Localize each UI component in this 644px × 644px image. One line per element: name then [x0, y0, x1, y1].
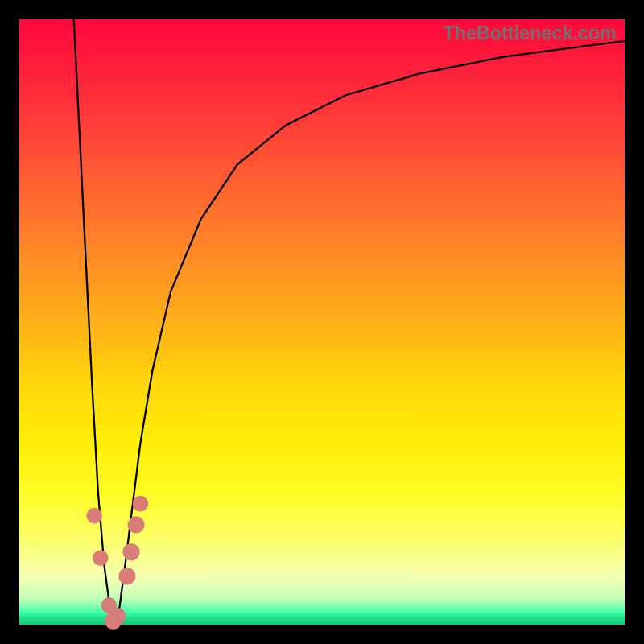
- data-marker: [93, 551, 109, 567]
- plot-area: TheBottleneck.com: [19, 19, 625, 625]
- data-marker: [109, 608, 126, 625]
- marker-group: [86, 496, 148, 630]
- data-marker: [123, 543, 140, 560]
- data-marker: [86, 508, 102, 524]
- data-marker: [128, 516, 145, 533]
- chart-frame: TheBottleneck.com: [0, 0, 644, 644]
- curve-layer: [19, 19, 625, 625]
- bottleneck-curve: [74, 19, 625, 625]
- data-marker: [133, 496, 149, 512]
- data-marker: [118, 568, 135, 584]
